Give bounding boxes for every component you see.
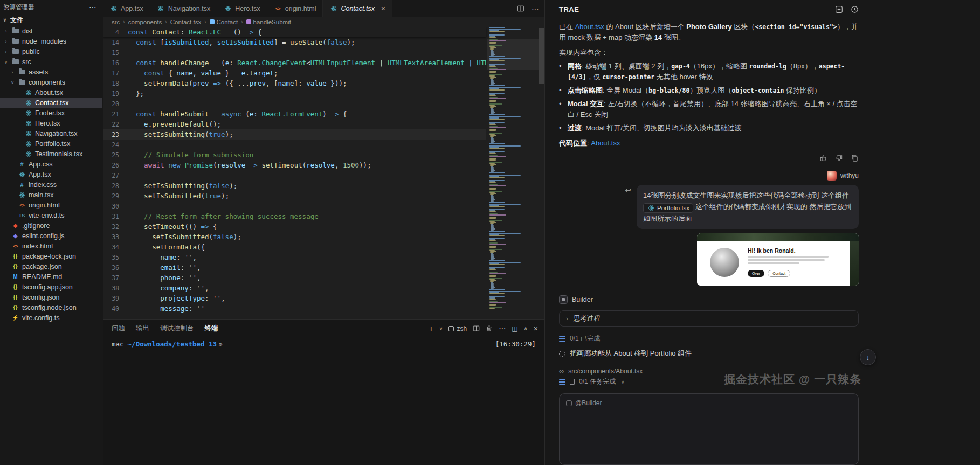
tree-item-origin.html[interactable]: <>origin.html — [0, 200, 102, 210]
breadcrumb-item-Contact.tsx[interactable]: Contact.tsx — [170, 19, 202, 25]
tree-item-Hero.tsx[interactable]: Hero.tsx — [0, 118, 102, 128]
tab-Navigation.tsx[interactable]: Navigation.tsx — [150, 0, 218, 17]
tab-origin.html[interactable]: <>origin.html — [267, 0, 323, 17]
tree-item-src[interactable]: ∨src — [0, 57, 102, 67]
thumbs-up-icon[interactable] — [819, 154, 827, 162]
kill-terminal-icon[interactable] — [486, 325, 493, 332]
scroll-to-bottom-button[interactable]: ↓ — [860, 349, 876, 365]
tree-item-Portfolio.tsx[interactable]: Portfolio.tsx — [0, 138, 102, 149]
tree-item-index.css[interactable]: #index.css — [0, 179, 102, 190]
tree-item-.gitignore[interactable]: ◆.gitignore — [0, 220, 102, 231]
code-line-27[interactable]: 27 — [103, 170, 486, 181]
thumbs-down-icon[interactable] — [835, 154, 843, 162]
close-icon[interactable]: × — [381, 5, 385, 12]
tree-item-About.tsx[interactable]: About.tsx — [0, 87, 102, 98]
file-link[interactable]: About.tsx — [575, 23, 604, 31]
code-line-25[interactable]: 25 // Simulate form submission — [103, 150, 486, 160]
workspace-section-header[interactable]: ∨ 文件 — [0, 14, 102, 26]
file-link[interactable]: About.tsx — [591, 139, 620, 147]
breadcrumb-item-components[interactable]: components — [128, 19, 162, 25]
shell-badge[interactable]: zsh — [448, 325, 467, 332]
tree-item-public[interactable]: ›public — [0, 46, 102, 57]
code-line-29[interactable]: 29 setIsSubmitted(true); — [103, 191, 486, 201]
code-line-33[interactable]: 33 setIsSubmitted(false); — [103, 232, 486, 242]
tree-item-node_modules[interactable]: ›node_modules — [0, 36, 102, 46]
breadcrumb-item-Contact[interactable]: Contact — [210, 19, 238, 25]
editor-scrollbar[interactable] — [539, 28, 544, 84]
history-icon[interactable] — [851, 5, 859, 13]
code-line-4[interactable]: 4const Contact: React.FC = () => { — [103, 27, 486, 37]
code-line-32[interactable]: 32 setTimeout(() => { — [103, 221, 486, 232]
code-line-20[interactable]: 20 — [103, 99, 486, 109]
code-line-31[interactable]: 31 // Reset form after showing success m… — [103, 211, 486, 221]
breadcrumb-item-handleSubmit[interactable]: handleSubmit — [246, 19, 291, 25]
tree-item-Testimonials.tsx[interactable]: Testimonials.tsx — [0, 149, 102, 159]
tree-item-eslint.config.js[interactable]: ◈eslint.config.js — [0, 231, 102, 241]
code-line-21[interactable]: 21 const handleSubmit = async (e: React.… — [103, 109, 486, 119]
tree-item-tsconfig.node.json[interactable]: {}tsconfig.node.json — [0, 302, 102, 313]
tree-item-tsconfig.json[interactable]: {}tsconfig.json — [0, 292, 102, 302]
code-line-18[interactable]: 18 setFormData(prev => ({ ...prev, [name… — [103, 78, 486, 88]
breadcrumb-item-src[interactable]: src — [112, 19, 120, 25]
code-line-37[interactable]: 37 phone: '', — [103, 273, 486, 283]
panel-tab-输出[interactable]: 输出 — [136, 320, 149, 337]
tree-item-Contact.tsx[interactable]: Contact.tsx — [0, 98, 102, 108]
code-line-39[interactable]: 39 projectType: '', — [103, 293, 486, 303]
tree-item-App.css[interactable]: #App.css — [0, 159, 102, 169]
thinking-process-toggle[interactable]: › 思考过程 — [559, 310, 859, 327]
minimap[interactable] — [488, 27, 538, 319]
split-terminal-icon[interactable] — [473, 325, 480, 332]
revert-icon[interactable]: ↩ — [625, 186, 631, 195]
new-terminal-icon[interactable]: + — [429, 324, 433, 333]
tree-item-index.html[interactable]: <>index.html — [0, 241, 102, 251]
code-line-38[interactable]: 38 company: '', — [103, 283, 486, 293]
panel-layout-icon[interactable]: ◫ — [512, 325, 517, 332]
code-line-23[interactable]: 23 setIsSubmitting(true); — [103, 129, 486, 140]
tree-item-Footer.tsx[interactable]: Footer.tsx — [0, 108, 102, 118]
tree-item-Navigation.tsx[interactable]: Navigation.tsx — [0, 128, 102, 138]
tree-item-App.tsx[interactable]: App.tsx — [0, 169, 102, 179]
more-actions-icon[interactable]: ⋯ — [499, 324, 506, 332]
tree-item-components[interactable]: ∨components — [0, 77, 102, 87]
panel-tab-问题[interactable]: 问题 — [112, 320, 125, 337]
tree-item-main.tsx[interactable]: main.tsx — [0, 190, 102, 200]
code-line-36[interactable]: 36 email: '', — [103, 262, 486, 273]
tree-item-README.md[interactable]: MREADME.md — [0, 272, 102, 282]
split-editor-icon[interactable] — [517, 5, 524, 12]
code-line-15[interactable]: 15 — [103, 47, 486, 58]
code-line-26[interactable]: 26 await new Promise(resolve => setTimeo… — [103, 160, 486, 170]
code-line-24[interactable]: 24 — [103, 140, 486, 150]
tree-item-dist[interactable]: ›dist — [0, 26, 102, 36]
tree-item-vite-env.d.ts[interactable]: TSvite-env.d.ts — [0, 210, 102, 220]
agent-mention[interactable]: @Builder — [575, 399, 602, 407]
code-line-34[interactable]: 34 setFormData({ — [103, 242, 486, 252]
tree-item-tsconfig.app.json[interactable]: {}tsconfig.app.json — [0, 282, 102, 292]
panel-tab-调试控制台[interactable]: 调试控制台 — [160, 320, 194, 337]
tab-Hero.tsx[interactable]: Hero.tsx — [217, 0, 267, 17]
tab-Contact.tsx[interactable]: Contact.tsx× — [323, 0, 392, 17]
code-line-19[interactable]: 19 }; — [103, 88, 486, 99]
maximize-panel-icon[interactable]: ∧ — [523, 325, 527, 331]
task-item[interactable]: 把画廊功能从 About 移到 Portfolio 组件 — [559, 349, 859, 358]
code-line-28[interactable]: 28 setIsSubmitting(false); — [103, 181, 486, 191]
tree-item-assets[interactable]: ›assets — [0, 67, 102, 77]
code-line-35[interactable]: 35 name: '', — [103, 252, 486, 262]
tree-item-package-lock.json[interactable]: {}package-lock.json — [0, 251, 102, 261]
more-actions-icon[interactable]: ⋯ — [89, 3, 96, 11]
code-line-16[interactable]: 16 const handleChange = (e: React.Change… — [103, 58, 486, 68]
file-chip-Portfolio.tsx[interactable]: Portfolio.tsx — [643, 203, 693, 213]
new-chat-icon[interactable] — [835, 5, 843, 13]
code-line-17[interactable]: 17 const { name, value } = e.target; — [103, 68, 486, 78]
tab-App.tsx[interactable]: App.tsx — [103, 0, 150, 17]
tree-item-vite.config.ts[interactable]: ⚡vite.config.ts — [0, 313, 102, 323]
copy-icon[interactable] — [851, 154, 859, 162]
chat-footer-toolbar[interactable]: 0/1 任务完成 ∨ — [559, 377, 625, 386]
terminal-viewport[interactable]: mac~/Downloads/testbed 13» [16:30:29] — [103, 337, 544, 351]
code-editor[interactable]: 4const Contact: React.FC = () => {14 con… — [103, 27, 544, 319]
code-line-40[interactable]: 40 message: '' — [103, 303, 486, 314]
chat-input[interactable]: @Builder — [559, 393, 859, 465]
more-actions-icon[interactable]: ⋯ — [532, 4, 539, 13]
panel-tab-终端[interactable]: 终端 — [205, 320, 218, 337]
code-line-14[interactable]: 14 const [isSubmitted, setIsSubmitted] =… — [103, 37, 486, 47]
terminal-picker-icon[interactable]: ∨ — [439, 326, 443, 331]
